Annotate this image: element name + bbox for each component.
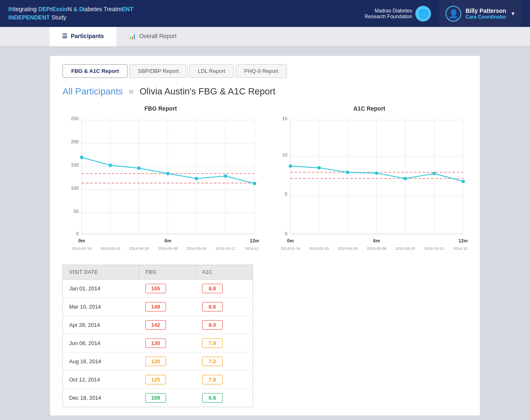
fbg-badge: 142: [145, 320, 166, 330]
avatar: 👤: [446, 6, 461, 22]
table-row: Apr 28, 2014 142 8.0: [63, 316, 253, 334]
cell-date: Oct 12, 2014: [63, 371, 139, 389]
header: INtegrating DEPrEssioN & Diabetes Treatm…: [0, 0, 530, 27]
col-a1c: A1C: [196, 265, 253, 280]
svg-point-61: [317, 166, 320, 169]
foundation-logo: Madras Diabetes Research Foundation 🌐: [365, 6, 431, 22]
svg-point-31: [253, 182, 256, 185]
tab-participants-label: Participants: [71, 33, 104, 39]
svg-text:2014-12-18: 2014-12-18: [245, 246, 259, 251]
cell-date: Jan 01, 2014: [63, 280, 139, 298]
fbg-chart-title: FBG Report: [63, 105, 259, 112]
svg-text:2014-12-18: 2014-12-18: [453, 246, 467, 251]
a1c-chart-container: A1C Report 15 10 5 0: [271, 105, 467, 256]
nav-tabs: ☰ Participants 📊 Overall Report: [0, 27, 530, 47]
svg-text:2014-04-28: 2014-04-28: [129, 246, 149, 251]
svg-text:10: 10: [282, 152, 288, 157]
col-fbg: FBG: [139, 265, 196, 280]
svg-point-62: [346, 171, 349, 174]
table-row: Aug 16, 2014 120 7.2: [63, 352, 253, 371]
svg-text:150: 150: [71, 162, 79, 167]
tab-overall-label: Overall Report: [139, 33, 176, 39]
fbg-chart-container: FBG Report 250 200 150 100 50 0: [63, 105, 259, 256]
a1c-badge: 8.0: [202, 320, 223, 330]
fbg-badge: 130: [145, 338, 166, 348]
cell-date: Jun 06, 2014: [63, 334, 139, 352]
cell-fbg: 125: [139, 371, 196, 389]
svg-text:2014-08-16: 2014-08-16: [187, 246, 206, 251]
a1c-badge: 6.8: [202, 393, 223, 403]
a1c-badge: 7.2: [202, 357, 223, 366]
svg-text:12m: 12m: [458, 238, 467, 243]
cell-fbg: 142: [139, 316, 196, 334]
cell-date: Dec 18, 2014: [63, 389, 139, 407]
svg-text:2014-10-12: 2014-10-12: [216, 246, 235, 251]
user-role: Care Coordinator: [465, 14, 506, 20]
svg-text:100: 100: [71, 186, 79, 191]
fbg-badge: 125: [145, 375, 166, 384]
app-title: INtegrating DEPrEssioN & Diabetes Treatm…: [8, 5, 133, 22]
table-row: Jun 06, 2014 130 7.9: [63, 334, 253, 352]
breadcrumb-parent[interactable]: All Participants: [63, 86, 123, 97]
cell-a1c: 8.8: [196, 280, 253, 298]
cell-fbg: 165: [139, 280, 196, 298]
svg-text:200: 200: [71, 139, 79, 144]
svg-point-66: [462, 180, 465, 183]
report-card: FBG & A1C Report SBP/DBP Report LDL Repo…: [50, 56, 480, 416]
foundation-sub: Research Foundation: [365, 14, 412, 19]
tab-participants[interactable]: ☰ Participants: [50, 27, 116, 46]
user-name: Billy Patterson: [465, 7, 506, 14]
tab-overall-report[interactable]: 📊 Overall Report: [116, 27, 189, 46]
svg-text:5: 5: [285, 191, 287, 196]
svg-text:2014-10-12: 2014-10-12: [424, 246, 444, 251]
svg-text:2014-06-06: 2014-06-06: [158, 246, 178, 251]
chart-icon: 📊: [129, 33, 136, 39]
svg-point-26: [108, 164, 112, 167]
breadcrumb-separator: »: [129, 86, 136, 97]
svg-text:0m: 0m: [287, 238, 294, 243]
svg-text:6m: 6m: [373, 238, 380, 243]
user-info: Billy Patterson Care Coordinator: [465, 7, 506, 20]
cell-date: Apr 28, 2014: [63, 316, 139, 334]
cell-fbg: 120: [139, 352, 196, 371]
svg-point-65: [433, 172, 436, 175]
svg-text:0: 0: [285, 231, 287, 236]
breadcrumb: All Participants » Olivia Austin's FBG &…: [63, 86, 467, 97]
table-row: Mar 10, 2014 148 8.6: [63, 298, 253, 316]
globe-icon: 🌐: [415, 6, 431, 22]
sub-tabs: FBG & A1C Report SBP/DBP Report LDL Repo…: [63, 64, 467, 78]
svg-text:2014-01-14: 2014-01-14: [281, 246, 300, 251]
svg-text:12m: 12m: [250, 238, 259, 243]
user-dropdown-arrow[interactable]: ▼: [511, 11, 516, 17]
header-right: Madras Diabetes Research Foundation 🌐 👤 …: [365, 0, 522, 27]
fbg-badge: 148: [145, 302, 166, 311]
svg-point-29: [195, 177, 198, 180]
cell-a1c: 6.8: [196, 389, 253, 407]
user-section: 👤 Billy Patterson Care Coordinator ▼: [439, 0, 522, 27]
svg-text:6m: 6m: [164, 238, 171, 243]
svg-point-30: [224, 174, 227, 178]
svg-point-60: [289, 164, 292, 168]
cell-fbg: 109: [139, 389, 196, 407]
sub-tab-ldl[interactable]: LDL Report: [189, 64, 234, 78]
fbg-badge: 120: [145, 357, 166, 366]
cell-date: Mar 10, 2014: [63, 298, 139, 316]
breadcrumb-current: Olivia Austin's FBG & A1C Report: [140, 86, 275, 97]
sub-tab-sbp-dbp[interactable]: SBP/DBP Report: [129, 64, 188, 78]
svg-text:15: 15: [282, 116, 288, 121]
svg-point-25: [80, 156, 83, 159]
svg-text:2014-01-14: 2014-01-14: [72, 246, 92, 251]
cell-fbg: 148: [139, 298, 196, 316]
svg-text:0: 0: [76, 231, 79, 236]
a1c-badge: 7.9: [202, 338, 223, 348]
sub-tab-fbg-a1c[interactable]: FBG & A1C Report: [63, 64, 128, 78]
svg-point-63: [375, 171, 378, 175]
cell-fbg: 130: [139, 334, 196, 352]
a1c-badge: 8.6: [202, 302, 223, 311]
svg-point-28: [166, 172, 169, 175]
svg-point-64: [403, 177, 407, 180]
sub-tab-phq9[interactable]: PHQ-9 Report: [236, 64, 287, 78]
table-row: Dec 18, 2014 109 6.8: [63, 389, 253, 407]
cell-a1c: 7.8: [196, 371, 253, 389]
foundation-name: Madras Diabetes: [365, 8, 412, 14]
